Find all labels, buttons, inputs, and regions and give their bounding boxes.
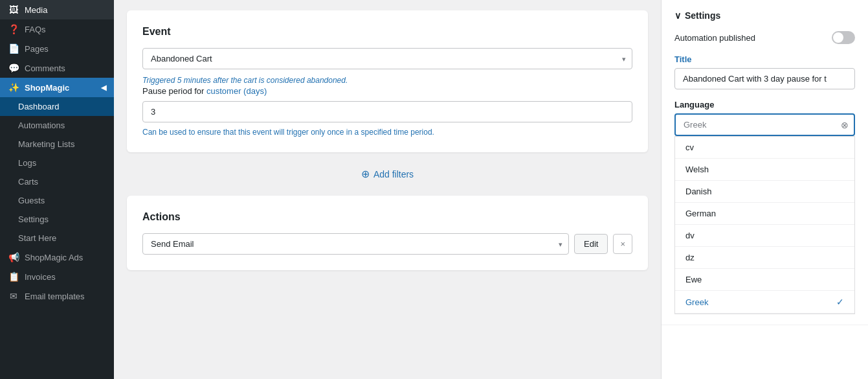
event-card-title: Event (142, 26, 632, 38)
sidebar-item-pages[interactable]: 📄 Pages (0, 39, 114, 58)
right-panel: ∨ Settings Automation published Title La… (661, 0, 868, 379)
sidebar-item-logs[interactable]: Logs (0, 154, 114, 172)
sidebar-item-carts[interactable]: Carts (0, 172, 114, 191)
sidebar-item-guests[interactable]: Guests (0, 191, 114, 210)
actions-edit-button[interactable]: Edit (574, 234, 608, 254)
sidebar-item-marketing-lists[interactable]: Marketing Lists (0, 135, 114, 154)
sidebar-item-settings[interactable]: Settings (0, 210, 114, 229)
sidebar-item-invoices[interactable]: 📋 Invoices (0, 267, 114, 286)
actions-remove-button[interactable]: × (613, 234, 632, 254)
language-option-dz[interactable]: dz (675, 247, 854, 269)
language-input-wrapper: → ⊗ (674, 113, 855, 136)
event-hint-normal: Pause period for customer (days) (142, 86, 632, 96)
sidebar-item-faqs[interactable]: ❓ FAQs (0, 19, 114, 39)
language-option-german[interactable]: German (675, 203, 854, 225)
sidebar-item-media[interactable]: 🖼 Media (0, 0, 114, 19)
shopmagic-icon: ✨ (8, 82, 19, 93)
actions-select[interactable]: Send Email (142, 233, 569, 255)
event-hint-link: customer (days) (206, 86, 267, 96)
event-hint-small: Can be used to ensure that this event wi… (142, 128, 632, 137)
event-select[interactable]: Abandoned Cart (142, 48, 632, 69)
main-content: Event Abandoned Cart ▾ Triggered 5 minut… (114, 0, 661, 379)
sidebar-item-shopmagic[interactable]: ✨ ShopMagic ◀ (0, 78, 114, 97)
language-clear-button[interactable]: ⊗ (841, 120, 849, 130)
add-filters-button[interactable]: ⊕ Add filters (351, 163, 424, 185)
invoices-icon: 📋 (8, 271, 19, 282)
media-icon: 🖼 (8, 5, 19, 15)
settings-collapse-icon: ∨ (674, 10, 681, 21)
language-option-cv[interactable]: cv (675, 137, 854, 159)
language-search-input[interactable] (676, 115, 854, 135)
language-label: Language (674, 100, 855, 109)
sidebar-item-dashboard[interactable]: Dashboard (0, 97, 114, 116)
language-option-danish[interactable]: Danish (675, 181, 854, 203)
event-card: Event Abandoned Cart ▾ Triggered 5 minut… (127, 10, 648, 152)
email-templates-icon: ✉ (8, 291, 19, 301)
title-field-label: Title (674, 54, 855, 64)
sidebar-item-automations[interactable]: Automations (0, 116, 114, 135)
language-option-ewe[interactable]: Ewe (675, 269, 854, 291)
language-dropdown: cv Welsh Danish German dv dz Ewe (674, 136, 855, 314)
language-section: → ⊗ cv Welsh Danish German (674, 113, 855, 314)
language-option-dv[interactable]: dv (675, 225, 854, 247)
settings-title: ∨ Settings (674, 10, 855, 21)
add-filters-plus-icon: ⊕ (361, 168, 370, 180)
language-check-icon: ✓ (836, 297, 844, 307)
sidebar-item-email-templates[interactable]: ✉ Email templates (0, 286, 114, 306)
title-input[interactable] (674, 68, 855, 89)
event-hint-italic: Triggered 5 minutes after the cart is co… (142, 76, 632, 85)
automation-published-toggle[interactable] (832, 31, 855, 44)
actions-select-wrapper: Send Email ▾ (142, 233, 569, 255)
pages-icon: 📄 (8, 43, 19, 54)
pause-period-input[interactable] (142, 101, 632, 122)
language-option-greek[interactable]: Greek ✓ (675, 291, 854, 314)
event-select-wrapper: Abandoned Cart ▾ (142, 48, 632, 69)
faqs-icon: ❓ (8, 24, 19, 34)
sidebar-item-shopmagic-ads[interactable]: 📢 ShopMagic Ads (0, 247, 114, 267)
sidebar-item-start-here[interactable]: Start Here (0, 229, 114, 247)
comments-icon: 💬 (8, 63, 19, 73)
sidebar: 🖼 Media ❓ FAQs 📄 Pages 💬 Comments ✨ Shop… (0, 0, 114, 379)
shopmagic-ads-icon: 📢 (8, 252, 19, 262)
language-search-wrapper: ⊗ (674, 113, 855, 136)
sidebar-item-comments[interactable]: 💬 Comments (0, 58, 114, 78)
language-option-welsh[interactable]: Welsh (675, 159, 854, 181)
automation-published-label: Automation published (674, 33, 755, 43)
shopmagic-collapse-icon: ◀ (101, 84, 106, 92)
add-filters-container: ⊕ Add filters (127, 163, 648, 185)
settings-section: ∨ Settings Automation published Title La… (662, 0, 868, 325)
actions-card-title: Actions (142, 211, 632, 223)
actions-row: Send Email ▾ Edit × (142, 233, 632, 255)
actions-card: Actions Send Email ▾ Edit × (127, 196, 648, 270)
automation-published-toggle-wrapper: Automation published (674, 31, 855, 44)
